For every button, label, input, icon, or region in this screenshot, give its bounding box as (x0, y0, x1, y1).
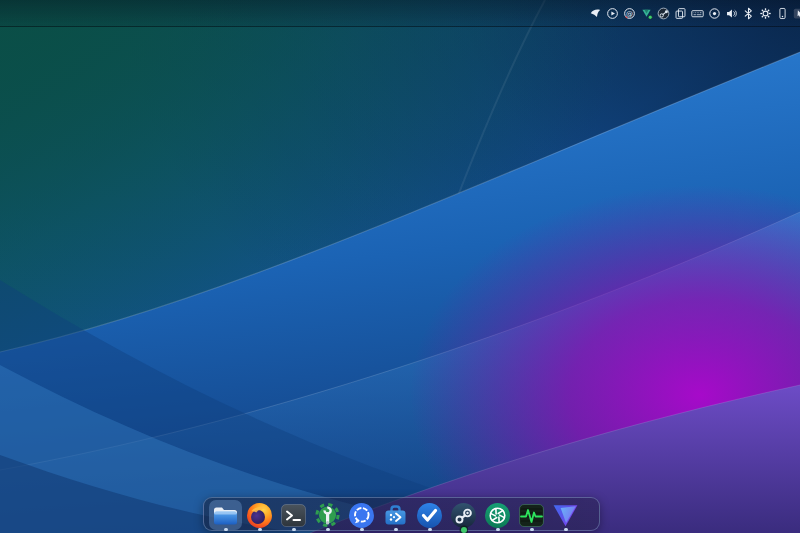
dock-item-system-settings[interactable] (311, 500, 344, 530)
dock-item-system-monitor[interactable] (515, 500, 548, 530)
running-indicator (530, 528, 534, 531)
circle-dot-tray-icon[interactable] (708, 7, 721, 20)
running-indicator (224, 528, 228, 531)
running-indicator (394, 528, 398, 531)
dock-item-triangle-app[interactable] (549, 500, 582, 530)
running-indicator (326, 528, 330, 531)
dock-item-file-manager[interactable] (209, 500, 242, 530)
settings-gear-tray-icon[interactable] (759, 7, 772, 20)
dock-item-firefox[interactable] (243, 500, 276, 530)
desktop: @ (0, 0, 800, 533)
steam-tray-icon[interactable] (657, 7, 670, 20)
kdeconnect-phone-tray-icon[interactable] (776, 7, 789, 20)
terminal-icon (280, 502, 307, 529)
media-player-tray-icon[interactable] (606, 7, 619, 20)
svg-text:@: @ (626, 9, 633, 17)
steam-icon (450, 502, 477, 529)
running-indicator (292, 528, 296, 531)
bird-tray-icon[interactable] (589, 7, 602, 20)
running-indicator (564, 528, 568, 531)
top-panel: @ (0, 0, 800, 27)
dock-item-aperture-app[interactable] (481, 500, 514, 530)
system-settings-gear-wrench-icon (314, 502, 341, 529)
running-indicator (258, 528, 262, 531)
dock (203, 497, 600, 531)
system-monitor-heartbeat-icon (518, 502, 545, 529)
signal-messenger-icon (348, 502, 375, 529)
running-indicator (360, 528, 364, 531)
sync-arrow-tray-icon[interactable] (640, 7, 653, 20)
at-circle-tray-icon[interactable]: @ (623, 7, 636, 20)
aperture-shutter-icon (484, 502, 511, 529)
discover-toolbox-icon (382, 502, 409, 529)
running-indicator (428, 528, 432, 531)
volume-tray-icon[interactable] (725, 7, 738, 20)
dock-item-signal[interactable] (345, 500, 378, 530)
clipboard-tray-icon[interactable] (674, 7, 687, 20)
file-manager-icon (212, 502, 239, 529)
running-indicator (496, 528, 500, 531)
check-circle-icon (416, 502, 443, 529)
pointer-tray-icon[interactable] (793, 7, 800, 20)
steam-online-indicator (461, 527, 467, 533)
system-tray: @ (588, 0, 800, 26)
gradient-triangle-icon (552, 502, 579, 529)
desktop-wallpaper (0, 0, 800, 533)
dock-item-terminal[interactable] (277, 500, 310, 530)
dock-item-check-app[interactable] (413, 500, 446, 530)
bluetooth-tray-icon[interactable] (742, 7, 755, 20)
dock-item-steam[interactable] (447, 500, 480, 530)
dock-item-discover[interactable] (379, 500, 412, 530)
keyboard-tray-icon[interactable] (691, 7, 704, 20)
firefox-icon (246, 502, 273, 529)
